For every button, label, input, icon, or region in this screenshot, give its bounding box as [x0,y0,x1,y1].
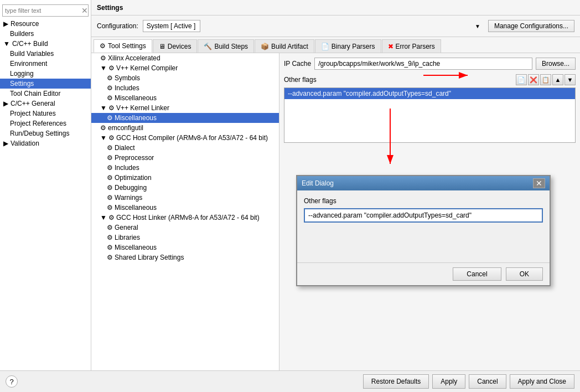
tool-item-miscellaneous-kl[interactable]: ⚙ Miscellaneous [91,113,279,123]
tool-item-includes[interactable]: ⚙ Includes [91,83,279,93]
tool-item-miscellaneous-kc[interactable]: ⚙ Miscellaneous [91,93,279,103]
filter-input[interactable] [5,7,81,14]
tool-icon: ⚙ [107,254,113,261]
tabs-bar: ⚙ Tool Settings 🖥 Devices 🔨 Build Steps … [91,37,580,53]
tool-item-xilinx[interactable]: ⚙ Xilinx Accelerated [91,53,279,63]
sidebar-item-label: Logging [10,70,34,78]
expand-icon: ▶ [3,100,8,107]
tool-item-warnings[interactable]: ⚙ Warnings [91,193,279,203]
sidebar-item-settings[interactable]: Settings [0,79,91,89]
sidebar-item-run-debug[interactable]: Run/Debug Settings [0,128,91,138]
tab-build-steps[interactable]: 🔨 Build Steps [198,39,254,53]
apply-close-button[interactable]: Apply and Close [510,374,574,389]
tool-tree-pane: ⚙ Xilinx Accelerated ▼ ⚙ V++ Kernel Comp… [91,53,279,370]
tool-label: Preprocessor [115,154,154,162]
tool-item-gcc-host-linker[interactable]: ▼ ⚙ GCC Host Linker (ARMv8-A for A53/A72… [91,213,279,223]
help-button[interactable]: ? [6,375,18,388]
tool-icon: ⚙ [107,144,113,152]
tool-item-gcc-host-compiler[interactable]: ▼ ⚙ GCC Host Compiler (ARMv8-A for A53/A… [91,133,279,143]
tab-tool-settings[interactable]: ⚙ Tool Settings [94,39,152,53]
add-flag-button[interactable]: 📄 [516,74,527,85]
ip-cache-input[interactable] [314,58,532,70]
move-down-button[interactable]: ▼ [565,74,576,85]
clear-filter-button[interactable]: ✕ [81,6,88,15]
sidebar-item-builders[interactable]: Builders [0,29,91,39]
tool-label: Shared Library Settings [115,254,184,261]
delete-flag-button[interactable]: ❌ [528,74,539,85]
sidebar-item-tool-chain-editor[interactable]: Tool Chain Editor [0,89,91,99]
expand-icon: ▶ [3,140,8,147]
tool-item-libraries[interactable]: ⚙ Libraries [91,233,279,243]
tool-item-vpp-kernel-compiler[interactable]: ▼ ⚙ V++ Kernel Compiler [91,63,279,73]
error-parsers-icon: ✖ [388,43,393,50]
dialog-buttons: Cancel OK [297,262,550,285]
config-select[interactable]: System [ Active ] [143,20,200,32]
tool-label: Symbols [115,74,140,82]
tab-error-parsers[interactable]: ✖ Error Parsers [382,39,441,53]
tab-label: Binary Parsers [332,43,375,50]
settings-header: Settings [91,0,580,16]
restore-defaults-button[interactable]: Restore Defaults [363,374,429,389]
tool-icon: ⚙ [107,234,113,241]
expand-icon: ▼ [3,40,10,48]
tool-icon: ⚙ [100,54,106,62]
sidebar-item-environment[interactable]: Environment [0,59,91,69]
browse-button[interactable]: Browse... [536,58,576,70]
tool-label: GCC Host Compiler (ARMv8-A for A53/A72 -… [116,134,268,142]
tool-item-miscellaneous-hl[interactable]: ⚙ Miscellaneous [91,243,279,252]
tool-label: Dialect [115,144,135,152]
sidebar-item-ccpp-general[interactable]: ▶ C/C++ General [0,99,91,109]
tab-label: Error Parsers [396,43,435,50]
tool-item-emconfigutil[interactable]: ⚙ emconfigutil [91,123,279,133]
config-label: Configuration: [97,22,138,30]
dialog-cancel-button[interactable]: Cancel [453,267,501,281]
sidebar-item-label: Resource [11,20,39,28]
sidebar-item-project-natures[interactable]: Project Natures [0,109,91,118]
sidebar-item-label: C/C++ General [11,100,55,107]
flags-list-item[interactable]: --advanced.param "compiler.addOutputType… [284,88,575,99]
cancel-button[interactable]: Cancel [469,374,506,389]
tool-item-general[interactable]: ⚙ General [91,223,279,233]
build-artifact-icon: 📦 [261,43,269,50]
sidebar-item-ccpp-build[interactable]: ▼ C/C++ Build [0,39,91,49]
config-select-wrapper: System [ Active ] [143,20,484,32]
tool-item-preprocessor[interactable]: ⚙ Preprocessor [91,153,279,163]
tool-item-miscellaneous-hc[interactable]: ⚙ Miscellaneous [91,203,279,213]
sidebar-item-validation[interactable]: ▶ Validation [0,138,91,148]
tool-item-shared-library[interactable]: ⚙ Shared Library Settings [91,252,279,262]
tool-label: Miscellaneous [115,94,157,102]
tool-label: Includes [115,84,139,92]
sidebar-item-project-references[interactable]: Project References [0,118,91,128]
dialog-titlebar: Edit Dialog ✕ [297,176,550,190]
sidebar-item-resource[interactable]: ▶ Resource [0,19,91,29]
content-area: Settings Configuration: System [ Active … [91,0,580,370]
tool-item-debugging[interactable]: ⚙ Debugging [91,183,279,193]
dialog-close-button[interactable]: ✕ [533,178,545,188]
tool-item-dialect[interactable]: ⚙ Dialect [91,143,279,153]
dialog-body: Other flags [297,190,550,262]
apply-button[interactable]: Apply [432,374,465,389]
tool-icon: ⚙ [107,224,113,231]
tool-label: General [115,224,138,231]
flags-list: --advanced.param "compiler.addOutputType… [284,87,576,143]
move-up-button[interactable]: ▲ [552,74,563,85]
tab-devices[interactable]: 🖥 Devices [153,39,198,53]
sidebar-item-logging[interactable]: Logging [0,69,91,79]
manage-configurations-button[interactable]: Manage Configurations... [488,20,574,32]
tool-item-symbols[interactable]: ⚙ Symbols [91,73,279,83]
tool-item-optimization[interactable]: ⚙ Optimization [91,173,279,183]
tool-icon: ⚙ [107,184,113,192]
bottom-bar: ? Restore Defaults Apply Cancel Apply an… [0,370,580,392]
tool-item-vpp-kernel-linker[interactable]: ▼ ⚙ V++ Kernel Linker [91,103,279,113]
tab-label: Build Steps [214,43,248,50]
tool-item-includes-hc[interactable]: ⚙ Includes [91,163,279,173]
dialog-ok-button[interactable]: OK [506,267,543,281]
edit-flag-button[interactable]: 📋 [540,74,551,85]
tab-build-artifact[interactable]: 📦 Build Artifact [255,39,314,53]
sidebar-filter[interactable]: ✕ [2,4,89,17]
dialog-input[interactable] [304,208,543,223]
sidebar-item-build-variables[interactable]: Build Variables [0,49,91,59]
expand-icon: ▼ [100,64,107,72]
tab-binary-parsers[interactable]: 📄 Binary Parsers [315,39,381,53]
tool-icon: ⚙ [107,174,113,182]
